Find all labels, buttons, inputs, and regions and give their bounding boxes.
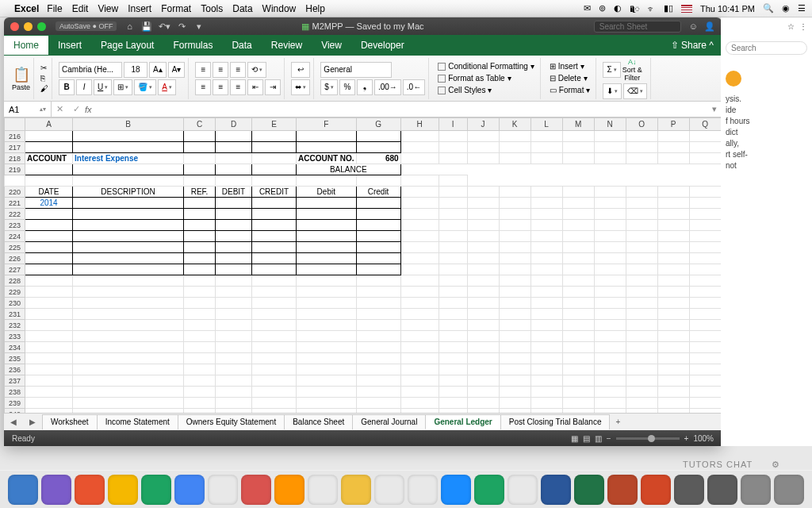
row-header[interactable]: 218 [5, 153, 25, 164]
cell[interactable] [562, 131, 594, 142]
cell[interactable] [356, 342, 400, 353]
menu-view[interactable]: View [98, 3, 118, 14]
cell[interactable] [252, 198, 297, 209]
cell[interactable] [73, 387, 184, 398]
col-header[interactable]: L [530, 118, 562, 131]
cell[interactable] [216, 142, 252, 153]
cell[interactable] [400, 175, 439, 187]
cell[interactable] [252, 175, 297, 187]
cell[interactable] [689, 275, 721, 287]
cell[interactable] [594, 264, 626, 275]
font-color-button[interactable]: A [158, 79, 176, 95]
cell[interactable] [530, 142, 562, 153]
cell[interactable] [73, 409, 184, 414]
merge-button[interactable]: ⬌ [291, 79, 310, 95]
cell[interactable] [73, 287, 184, 298]
cell[interactable] [297, 220, 357, 231]
cell[interactable] [216, 298, 252, 309]
align-middle-button[interactable]: ≡ [213, 62, 228, 78]
decrease-font-button[interactable]: A▾ [168, 62, 186, 78]
dock-app-icon[interactable] [707, 475, 737, 505]
view-layout-icon[interactable]: ▤ [583, 434, 590, 443]
cell[interactable]: Debit [297, 187, 357, 198]
cell[interactable] [400, 298, 439, 309]
qat-more-icon[interactable]: ▾ [193, 21, 205, 32]
cell[interactable] [467, 287, 499, 298]
row-header[interactable]: 220 [5, 187, 25, 198]
cell[interactable] [73, 253, 184, 264]
cell[interactable] [73, 353, 184, 364]
cell[interactable] [467, 253, 499, 264]
cell[interactable] [297, 320, 357, 331]
spotlight-icon[interactable]: 🔍 [763, 3, 774, 13]
cell[interactable] [499, 287, 530, 298]
cell[interactable] [594, 320, 626, 331]
dock-app-icon[interactable] [108, 475, 138, 505]
cell[interactable] [184, 198, 216, 209]
name-box[interactable]: A1▴▾ [4, 102, 52, 117]
cell[interactable] [689, 342, 721, 353]
cell[interactable] [356, 231, 400, 242]
cell[interactable] [499, 342, 530, 353]
cell[interactable] [73, 320, 184, 331]
cell[interactable] [297, 253, 357, 264]
cell[interactable] [184, 409, 216, 414]
insert-cells-button[interactable]: ⊞ Insert ▾ [547, 61, 593, 71]
cell[interactable] [439, 198, 467, 209]
cell[interactable] [562, 242, 594, 253]
cell[interactable] [439, 353, 467, 364]
cell[interactable] [594, 375, 626, 387]
cell[interactable]: ACCOUNT [25, 153, 73, 164]
cell[interactable] [25, 364, 73, 375]
menu-edit[interactable]: Edit [72, 3, 89, 14]
cell[interactable] [594, 209, 626, 220]
cell[interactable] [297, 231, 357, 242]
cell[interactable] [73, 231, 184, 242]
cell[interactable] [467, 142, 499, 153]
tab-home[interactable]: Home [4, 36, 48, 55]
cell[interactable] [356, 220, 400, 231]
cell[interactable] [562, 209, 594, 220]
cell[interactable] [499, 242, 530, 253]
sheet-nav-prev-icon[interactable]: ◀ [4, 418, 23, 426]
format-cells-button[interactable]: ▭ Format ▾ [547, 85, 593, 95]
cell[interactable] [499, 309, 530, 320]
cell[interactable] [439, 242, 467, 253]
cell[interactable] [689, 364, 721, 375]
cell[interactable] [184, 387, 216, 398]
cell[interactable] [216, 164, 252, 175]
cell[interactable] [562, 298, 594, 309]
cell[interactable] [439, 231, 467, 242]
zoom-level[interactable]: 100% [693, 434, 714, 443]
font-select[interactable] [59, 62, 122, 78]
autosum-button[interactable]: Σ [603, 62, 620, 78]
cell[interactable] [467, 220, 499, 231]
cell[interactable] [297, 375, 357, 387]
cell[interactable] [400, 342, 439, 353]
dock-app-icon[interactable] [674, 475, 704, 505]
cell[interactable] [657, 242, 689, 253]
dock-app-icon[interactable] [607, 475, 638, 505]
row-header[interactable]: 238 [5, 387, 25, 398]
cell[interactable] [25, 320, 73, 331]
cell[interactable] [216, 331, 252, 342]
row-header[interactable]: 233 [5, 331, 25, 342]
cell[interactable] [689, 253, 721, 264]
cell[interactable] [356, 398, 400, 409]
cell[interactable] [252, 398, 297, 409]
col-header[interactable]: D [216, 118, 252, 131]
zoom-slider[interactable] [616, 437, 680, 440]
cell[interactable] [626, 387, 657, 398]
align-center-button[interactable]: ≡ [213, 79, 228, 95]
cell[interactable] [499, 231, 530, 242]
cell[interactable] [499, 375, 530, 387]
cell[interactable] [657, 264, 689, 275]
cell[interactable] [626, 298, 657, 309]
cell[interactable] [562, 364, 594, 375]
tab-insert[interactable]: Insert [48, 36, 91, 55]
cell[interactable] [297, 175, 357, 187]
cell[interactable]: 2014 [25, 198, 73, 209]
cell[interactable] [562, 320, 594, 331]
cell[interactable] [252, 164, 297, 175]
cell[interactable] [297, 364, 357, 375]
